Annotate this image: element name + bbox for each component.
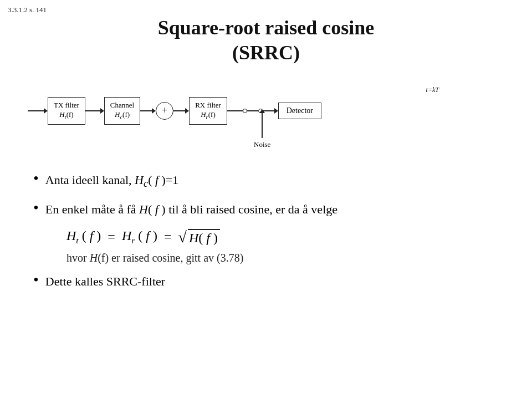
- arrowhead2: [100, 108, 104, 114]
- formula-ht: Ht ( f ): [66, 228, 101, 246]
- bullet-dot-1: •: [33, 170, 39, 187]
- formula-hr: Hr ( f ): [122, 228, 157, 246]
- line2: [85, 110, 101, 111]
- adder-symbol: +: [156, 102, 173, 120]
- noise-label: Noise: [254, 140, 270, 149]
- diagram-row: TX filter Ht(f) Channel Hc(f) + RX filte…: [28, 97, 521, 125]
- arrow4: [173, 108, 189, 114]
- line4: [173, 110, 186, 111]
- block-diagram: t=kT TX filter Ht(f) Channel Hc(f) +: [28, 86, 521, 152]
- arrowhead1: [44, 108, 48, 114]
- title-line1: Square-root raised cosine: [0, 16, 532, 40]
- arrowhead3: [152, 108, 156, 114]
- tx-filter-label-bottom: Ht(f): [54, 110, 79, 121]
- detector-box: Detector: [278, 103, 321, 119]
- formula-sqrt: H( f ): [178, 228, 220, 246]
- formula: Ht ( f ) = Hr ( f ) = H( f ): [66, 228, 510, 246]
- bullet-3-text: Dette kalles SRRC-filter: [45, 273, 165, 290]
- arrow2: [85, 108, 104, 114]
- bullet-3: • Dette kalles SRRC-filter: [33, 273, 510, 290]
- rx-filter-label-top: RX filter: [195, 101, 221, 110]
- noise-arrowhead: [259, 109, 265, 113]
- sqrt-content: H( f ): [188, 229, 220, 246]
- bullet-dot-2: •: [33, 199, 39, 217]
- arrow3: [140, 108, 156, 114]
- tx-filter-label-top: TX filter: [54, 101, 79, 110]
- bullet-2-text: En enkel måte å få H( f ) til å bli rais…: [45, 201, 337, 218]
- arrowhead5: [274, 108, 278, 114]
- noise-line: [262, 113, 263, 138]
- rx-filter-label-bottom: Hr(f): [195, 110, 221, 121]
- bullet-1: • Anta ideell kanal, Hc( f )=1: [33, 172, 510, 191]
- line3: [140, 110, 152, 111]
- title-line2: (SRRC): [0, 40, 532, 65]
- sampler-circle-left: [243, 109, 247, 113]
- bullet-dot-3: •: [33, 271, 39, 289]
- rx-filter-box: RX filter Hr(f): [189, 97, 227, 125]
- arrowhead4: [185, 108, 189, 114]
- note-line: hvor H(f) er raised cosine, gitt av (3.7…: [66, 252, 510, 264]
- channel-label-bottom: Hc(f): [110, 110, 134, 121]
- initial-arrow: [28, 108, 48, 114]
- channel-label-top: Channel: [110, 101, 134, 110]
- note-text: hvor H(f) er raised cosine, gitt av (3.7…: [66, 252, 243, 264]
- line1: [28, 110, 44, 111]
- bullet-2: • En enkel måte å få H( f ) til å bli ra…: [33, 201, 510, 218]
- noise-section: Noise: [254, 109, 270, 149]
- content-area: • Anta ideell kanal, Hc( f )=1 • En enke…: [33, 172, 510, 300]
- tx-filter-box: TX filter Ht(f): [48, 97, 85, 125]
- formula-eq2: =: [164, 229, 172, 244]
- main-title: Square-root raised cosine (SRRC): [0, 16, 532, 65]
- formula-eq1: =: [108, 229, 115, 244]
- channel-box: Channel Hc(f): [104, 97, 140, 125]
- bullet-1-text: Anta ideell kanal, Hc( f )=1: [45, 172, 179, 191]
- line5: [227, 110, 243, 111]
- page-label: 3.3.1.2 s. 141: [8, 6, 47, 14]
- detector-label: Detector: [287, 106, 313, 115]
- t-equals-kt-label: t=kT: [426, 86, 439, 94]
